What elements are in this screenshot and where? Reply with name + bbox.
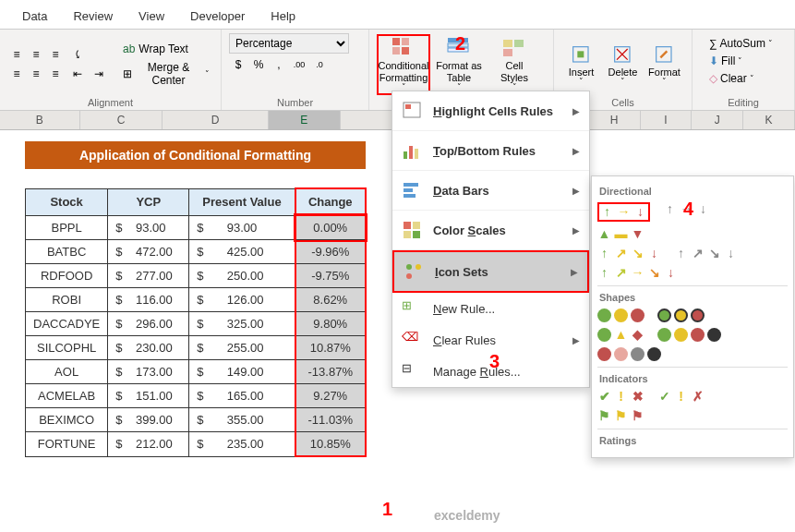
iconset-3-arrows-colored[interactable]: ↑→↓ <box>597 202 650 222</box>
cell-stock[interactable]: AOL <box>26 360 108 384</box>
iconset-3-flags[interactable]: ⚑⚑⚑ <box>597 409 644 423</box>
table-row[interactable]: BATBC $ 472.00 $ 425.00 -9.96% <box>26 240 366 264</box>
menu-top-bottom[interactable]: Top/Bottom Rules ▶ <box>392 131 589 171</box>
cell-pv[interactable]: $ 93.00 <box>189 215 295 240</box>
decrease-indent[interactable]: ⇤ <box>68 65 87 83</box>
cell-ycp[interactable]: $ 399.00 <box>108 408 189 432</box>
iconset-3-signs[interactable]: ▲◆ <box>597 328 644 342</box>
cell-ycp[interactable]: $ 296.00 <box>108 312 189 336</box>
cell-change[interactable]: 9.80% <box>295 312 366 336</box>
cell-change[interactable]: 0.00% <box>295 215 366 240</box>
table-row[interactable]: ROBI $ 116.00 $ 126.00 8.62% <box>26 288 366 312</box>
cell-pv[interactable]: $ 255.00 <box>189 336 295 360</box>
orientation-button[interactable]: ⤹ <box>68 45 87 64</box>
iconset-4-arrows-gray[interactable]: ↑↗↘↓ <box>674 247 738 260</box>
cell-pv[interactable]: $ 149.00 <box>189 360 295 384</box>
th-pv[interactable]: Present Value <box>189 188 295 215</box>
menu-highlight-cells[interactable]: HHighlight Cells Rulesighlight Cells Rul… <box>392 91 589 131</box>
cell-pv[interactable]: $ 250.00 <box>189 264 295 288</box>
fill-button[interactable]: ⬇Fill ˅ <box>707 53 779 69</box>
cell-change[interactable]: 10.85% <box>295 432 366 457</box>
cell-change[interactable]: -9.75% <box>295 264 366 288</box>
decrease-decimal[interactable]: .0 <box>310 55 329 74</box>
iconset-4-traffic-lights[interactable] <box>657 328 721 342</box>
cell-change[interactable]: -9.96% <box>295 240 366 264</box>
cell-pv[interactable]: $ 355.00 <box>189 408 295 432</box>
tab-view[interactable]: View <box>126 4 177 29</box>
iconset-3-traffic-lights-rimmed[interactable] <box>657 308 705 322</box>
align-center[interactable]: ≡ <box>27 65 45 83</box>
col-J[interactable]: J <box>692 111 743 129</box>
cell-ycp[interactable]: $ 212.00 <box>108 432 189 457</box>
menu-new-rule[interactable]: ⊞ New Rule... <box>392 293 589 324</box>
cell-pv[interactable]: $ 425.00 <box>189 240 295 264</box>
merge-center-button[interactable]: ⊞Merge & Center ˅ <box>119 59 213 89</box>
align-top-right[interactable]: ≡ <box>46 45 65 64</box>
comma-format[interactable]: , <box>270 55 288 74</box>
menu-data-bars[interactable]: Data Bars ▶ <box>392 171 589 211</box>
cell-change[interactable]: -13.87% <box>295 360 366 384</box>
cell-change[interactable]: -11.03% <box>295 408 366 432</box>
iconset-redblack[interactable] <box>597 347 661 361</box>
col-I[interactable]: I <box>641 111 693 129</box>
col-C[interactable]: C <box>80 111 163 129</box>
cell-styles-button[interactable]: Cell Styles˅ <box>488 34 541 95</box>
menu-color-scales[interactable]: Color Scales ▶ <box>392 211 589 250</box>
cell-ycp[interactable]: $ 173.00 <box>108 360 189 384</box>
wrap-text-button[interactable]: abWrap Text <box>119 41 213 57</box>
cell-change[interactable]: 10.87% <box>295 336 366 360</box>
tab-data[interactable]: Data <box>9 4 60 29</box>
tab-review[interactable]: Review <box>60 4 126 29</box>
cell-ycp[interactable]: $ 472.00 <box>108 240 189 264</box>
cell-stock[interactable]: RDFOOD <box>26 264 108 288</box>
clear-button[interactable]: ◇Clear ˅ <box>707 70 779 87</box>
col-H[interactable]: H <box>589 111 641 129</box>
th-ycp[interactable]: YCP <box>108 188 189 215</box>
table-row[interactable]: SILCOPHL $ 230.00 $ 255.00 10.87% <box>26 336 366 360</box>
cell-pv[interactable]: $ 165.00 <box>189 384 295 408</box>
iconset-4-arrows-colored[interactable]: ↑↗↘↓ <box>597 247 661 260</box>
delete-button[interactable]: Delete˅ <box>603 34 643 95</box>
table-row[interactable]: BEXIMCO $ 399.00 $ 355.00 -11.03% <box>26 408 366 432</box>
cell-pv[interactable]: $ 235.00 <box>189 432 295 457</box>
align-top-left[interactable]: ≡ <box>7 45 26 64</box>
format-button[interactable]: Format˅ <box>644 34 684 95</box>
insert-button[interactable]: Insert˅ <box>561 34 601 95</box>
iconset-3-symbols[interactable]: ✓!✗ <box>657 390 705 404</box>
iconset-3-symbols-circled[interactable]: ✔!✖ <box>597 390 644 404</box>
table-row[interactable]: ACMELAB $ 151.00 $ 165.00 9.27% <box>26 384 366 408</box>
percent-format[interactable]: % <box>249 55 268 74</box>
accounting-format[interactable]: $ <box>229 55 247 74</box>
table-row[interactable]: AOL $ 173.00 $ 149.00 -13.87% <box>26 360 366 384</box>
iconset-3-triangles[interactable]: ▲▬▼ <box>597 227 644 241</box>
cell-stock[interactable]: ACMELAB <box>26 384 108 408</box>
cell-ycp[interactable]: $ 116.00 <box>108 288 189 312</box>
menu-icon-sets[interactable]: Icon Sets ▶ <box>392 250 589 293</box>
cell-stock[interactable]: ROBI <box>26 288 108 312</box>
table-row[interactable]: BPPL $ 93.00 $ 93.00 0.00% <box>26 215 366 240</box>
th-change[interactable]: Change <box>295 188 366 215</box>
th-stock[interactable]: Stock <box>26 188 108 215</box>
number-format-select[interactable]: Percentage <box>229 33 349 54</box>
autosum-button[interactable]: ∑AutoSum ˅ <box>707 35 779 52</box>
cell-stock[interactable]: BEXIMCO <box>26 408 108 432</box>
col-B[interactable]: B <box>0 111 80 129</box>
tab-developer[interactable]: Developer <box>177 4 258 29</box>
iconset-3-traffic-lights[interactable] <box>597 308 644 322</box>
cell-stock[interactable]: FORTUNE <box>26 432 108 457</box>
col-E[interactable]: E <box>269 111 341 129</box>
cell-stock[interactable]: BPPL <box>26 215 108 240</box>
align-left[interactable]: ≡ <box>7 65 26 83</box>
table-row[interactable]: DACCADYE $ 296.00 $ 325.00 9.80% <box>26 312 366 336</box>
cell-ycp[interactable]: $ 230.00 <box>108 336 189 360</box>
cell-ycp[interactable]: $ 277.00 <box>108 264 189 288</box>
align-top-center[interactable]: ≡ <box>27 45 45 64</box>
cell-pv[interactable]: $ 126.00 <box>189 288 295 312</box>
cell-stock[interactable]: BATBC <box>26 240 108 264</box>
cell-pv[interactable]: $ 325.00 <box>189 312 295 336</box>
table-row[interactable]: FORTUNE $ 212.00 $ 235.00 10.85% <box>26 432 366 457</box>
col-K[interactable]: K <box>743 111 795 129</box>
iconset-5-arrows-colored[interactable]: ↑↗→↘↓ <box>597 266 678 280</box>
increase-decimal[interactable]: .00 <box>290 55 308 74</box>
cell-ycp[interactable]: $ 151.00 <box>108 384 189 408</box>
